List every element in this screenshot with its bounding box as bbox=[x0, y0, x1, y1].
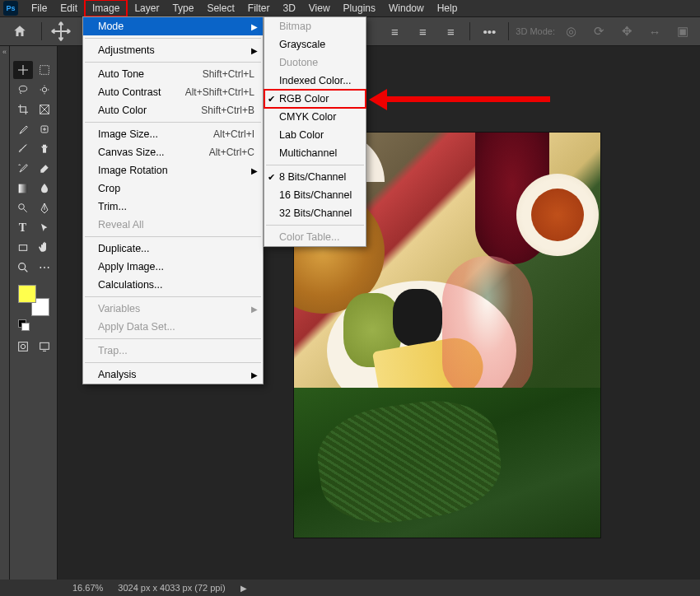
svg-point-2 bbox=[42, 87, 46, 91]
tools-panel: T ⋯ bbox=[10, 46, 58, 580]
svg-rect-5 bbox=[43, 148, 46, 153]
menu-filter[interactable]: Filter bbox=[241, 1, 277, 16]
status-disclosure-icon[interactable]: ▶ bbox=[240, 584, 247, 593]
hand-tool[interactable] bbox=[35, 239, 54, 257]
mode-color-table: Color Table... bbox=[264, 228, 366, 246]
svg-rect-8 bbox=[19, 245, 26, 251]
menu-image-size[interactable]: Image Size...Alt+Ctrl+I bbox=[83, 125, 263, 143]
move-tool-indicator-icon[interactable] bbox=[49, 21, 73, 42]
clone-stamp-tool[interactable] bbox=[35, 140, 54, 158]
svg-rect-10 bbox=[18, 342, 27, 352]
dodge-tool[interactable] bbox=[13, 199, 33, 217]
quick-select-tool[interactable] bbox=[35, 81, 54, 99]
path-select-tool[interactable] bbox=[35, 219, 54, 237]
menu-apply-image[interactable]: Apply Image... bbox=[83, 258, 263, 276]
menu-plugins[interactable]: Plugins bbox=[337, 1, 382, 16]
menu-3d[interactable]: 3D bbox=[276, 1, 301, 16]
svg-point-1 bbox=[19, 86, 26, 91]
healing-tool[interactable] bbox=[35, 120, 54, 138]
menu-edit[interactable]: Edit bbox=[54, 1, 84, 16]
eraser-tool[interactable] bbox=[35, 160, 54, 178]
menu-trap: Trap... bbox=[83, 342, 263, 360]
mode-multichannel[interactable]: Multichannel bbox=[264, 144, 366, 162]
menu-variables: Variables▶ bbox=[83, 300, 263, 318]
status-bar: 16.67% 3024 px x 4033 px (72 ppi) ▶ bbox=[58, 580, 247, 596]
3d-orbit-icon[interactable]: ◎ bbox=[558, 21, 583, 42]
menu-layer[interactable]: Layer bbox=[128, 1, 166, 16]
menu-image-rotation[interactable]: Image Rotation▶ bbox=[83, 161, 263, 179]
default-colors-icon[interactable] bbox=[18, 319, 30, 331]
3d-slide-icon[interactable]: ↔ bbox=[642, 21, 667, 42]
svg-rect-0 bbox=[40, 66, 49, 75]
eyedropper-tool[interactable] bbox=[13, 120, 33, 138]
type-tool[interactable]: T bbox=[13, 219, 33, 237]
marquee-tool[interactable] bbox=[35, 61, 54, 79]
mode-16bit[interactable]: 16 Bits/Channel bbox=[264, 186, 366, 204]
quick-mask-icon[interactable] bbox=[13, 338, 33, 356]
menu-file[interactable]: File bbox=[25, 1, 54, 16]
3d-rotate-icon[interactable]: ⟳ bbox=[586, 21, 611, 42]
3d-camera-icon[interactable]: ▣ bbox=[670, 21, 695, 42]
lasso-tool[interactable] bbox=[13, 81, 33, 99]
mode-8bit[interactable]: ✔8 Bits/Channel bbox=[264, 168, 366, 186]
rectangle-tool[interactable] bbox=[13, 239, 33, 257]
align-center-icon[interactable]: ≡ bbox=[410, 21, 435, 42]
foreground-color-swatch[interactable] bbox=[18, 285, 36, 303]
menu-apply-data-set: Apply Data Set... bbox=[83, 318, 263, 336]
svg-rect-12 bbox=[40, 342, 49, 349]
mode-lab[interactable]: Lab Color bbox=[264, 126, 366, 144]
menu-crop[interactable]: Crop bbox=[83, 179, 263, 198]
frame-tool[interactable] bbox=[35, 100, 54, 119]
menu-type[interactable]: Type bbox=[166, 1, 200, 16]
home-button[interactable] bbox=[5, 21, 35, 42]
zoom-tool[interactable] bbox=[13, 258, 33, 277]
pen-tool[interactable] bbox=[35, 199, 54, 217]
gradient-tool[interactable] bbox=[13, 179, 33, 198]
menu-auto-contrast[interactable]: Auto ContrastAlt+Shift+Ctrl+L bbox=[83, 83, 263, 101]
mode-rgb[interactable]: ✔RGB Color bbox=[264, 90, 366, 108]
mode-indexed[interactable]: Indexed Color... bbox=[264, 72, 366, 90]
menu-auto-color[interactable]: Auto ColorShift+Ctrl+B bbox=[83, 101, 263, 119]
mode-submenu: Bitmap Grayscale Duotone Indexed Color..… bbox=[264, 16, 366, 247]
mode-grayscale[interactable]: Grayscale bbox=[264, 35, 366, 54]
image-dropdown: Mode▶ Adjustments▶ Auto ToneShift+Ctrl+L… bbox=[82, 16, 264, 384]
menu-analysis[interactable]: Analysis▶ bbox=[83, 366, 263, 384]
zoom-level[interactable]: 16.67% bbox=[72, 583, 103, 593]
mode-cmyk[interactable]: CMYK Color bbox=[264, 108, 366, 126]
menu-help[interactable]: Help bbox=[431, 1, 464, 16]
align-right-icon[interactable]: ≡ bbox=[438, 21, 463, 42]
blur-tool[interactable] bbox=[35, 179, 54, 198]
svg-point-7 bbox=[18, 204, 24, 210]
color-swatches[interactable] bbox=[18, 285, 49, 316]
mode-32bit[interactable]: 32 Bits/Channel bbox=[264, 204, 366, 222]
brush-tool[interactable] bbox=[13, 140, 33, 158]
crop-tool[interactable] bbox=[13, 100, 33, 119]
menu-trim[interactable]: Trim... bbox=[83, 198, 263, 216]
align-left-icon[interactable]: ≡ bbox=[382, 21, 407, 42]
history-brush-tool[interactable] bbox=[13, 160, 33, 178]
screen-mode-icon[interactable] bbox=[35, 338, 54, 356]
menu-select[interactable]: Select bbox=[200, 1, 240, 16]
move-tool[interactable] bbox=[13, 61, 33, 79]
menu-window[interactable]: Window bbox=[382, 1, 431, 16]
menu-calculations[interactable]: Calculations... bbox=[83, 276, 263, 294]
3d-mode-label: 3D Mode: bbox=[516, 26, 555, 36]
panel-collapse-strip[interactable]: « bbox=[0, 46, 10, 580]
document-dimensions[interactable]: 3024 px x 4033 px (72 ppi) bbox=[118, 583, 225, 593]
menubar: Ps File Edit Image Layer Type Select Fil… bbox=[0, 0, 700, 16]
ps-app-icon: Ps bbox=[3, 1, 18, 16]
edit-toolbar[interactable]: ⋯ bbox=[35, 258, 54, 277]
mode-bitmap: Bitmap bbox=[264, 17, 366, 35]
menu-mode[interactable]: Mode▶ bbox=[83, 17, 263, 35]
svg-point-11 bbox=[21, 344, 25, 348]
menu-view[interactable]: View bbox=[302, 1, 337, 16]
menu-auto-tone[interactable]: Auto ToneShift+Ctrl+L bbox=[83, 65, 263, 83]
menu-duplicate[interactable]: Duplicate... bbox=[83, 240, 263, 258]
svg-point-9 bbox=[18, 263, 25, 270]
3d-pan-icon[interactable]: ✥ bbox=[614, 21, 639, 42]
more-icon[interactable]: ••• bbox=[477, 21, 502, 42]
menu-canvas-size[interactable]: Canvas Size...Alt+Ctrl+C bbox=[83, 143, 263, 161]
menu-adjustments[interactable]: Adjustments▶ bbox=[83, 41, 263, 59]
menu-image[interactable]: Image bbox=[84, 0, 128, 17]
svg-rect-6 bbox=[18, 184, 27, 193]
